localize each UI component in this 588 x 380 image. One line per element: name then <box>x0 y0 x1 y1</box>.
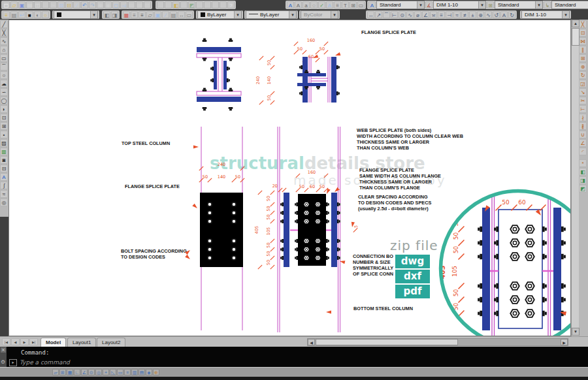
section-view-face[interactable] <box>193 37 244 110</box>
gradient-icon[interactable]: ▩ <box>0 148 8 155</box>
layer-properties-icon[interactable]: ≡ <box>3 11 10 18</box>
format-badge-dwg[interactable]: dwg <box>395 255 430 268</box>
find-icon[interactable]: ◌ <box>310 1 318 8</box>
dim-edit-icon[interactable]: ↺ <box>493 11 500 18</box>
vertical-scrollbar[interactable]: ▲ ▼ <box>571 20 579 336</box>
quick-properties-icon[interactable]: ▤ <box>139 369 145 375</box>
tab-layout2[interactable]: Layout2 <box>97 338 125 347</box>
label-flange-right-1[interactable]: FLANGE SPLICE PLATE <box>359 167 414 173</box>
ortho-icon[interactable]: ∟ <box>74 369 80 375</box>
insert-block-icon[interactable]: ⊡ <box>0 114 8 121</box>
plot-icon[interactable]: ▤ <box>26 1 33 8</box>
paste-icon[interactable]: ⊟ <box>65 1 73 8</box>
draworder-icon[interactable]: ◧ <box>579 168 587 176</box>
dim-center-50a[interactable]: 50 <box>299 184 304 189</box>
format-badge-dxf[interactable]: dxf <box>395 270 430 283</box>
render-icon[interactable]: ◩ <box>188 1 195 8</box>
sheet-set-icon[interactable]: ▨ <box>157 1 164 8</box>
label-clear-spacing-3[interactable]: (usually 2.5d - d=bolt diameter) <box>358 206 429 212</box>
properties2-icon[interactable]: ▣ <box>154 11 161 18</box>
mirror-icon[interactable]: ⋈ <box>579 37 587 45</box>
hatch-icon[interactable]: ▨ <box>0 139 8 147</box>
dim-section-h140[interactable]: 140 <box>267 76 272 84</box>
dim-space-icon[interactable]: ≈ <box>453 11 461 18</box>
hscroll-right-button[interactable]: ▶ <box>561 339 568 345</box>
lineweight-ctl-icon[interactable]: ≡ <box>139 11 146 18</box>
dim-update-icon[interactable]: ↻ <box>508 11 515 18</box>
copy-icon[interactable]: ⊡ <box>57 1 65 8</box>
save-icon[interactable]: ▣ <box>18 1 25 8</box>
color-dropdown[interactable]: ByLayer <box>197 10 242 19</box>
dynamic-input-icon[interactable]: ▭ <box>117 369 123 375</box>
leader-bottom-steel-column[interactable]: BOTTOM STEEL COLUMN <box>326 306 413 314</box>
redo-icon[interactable]: ↷ <box>89 1 96 8</box>
otrack-icon[interactable]: + <box>103 369 109 375</box>
section-view-side[interactable]: 160 50 50 60 240 50 140 50 <box>255 37 344 106</box>
chamfer-icon[interactable]: ∠ <box>579 139 587 147</box>
ellipse-icon[interactable]: ◯ <box>0 97 8 104</box>
dim-angular-icon[interactable]: ∠ <box>422 11 429 18</box>
label-connection-4[interactable]: OF SPLICE CONN <box>353 271 393 277</box>
dim-section-h50b[interactable]: 50 <box>267 95 272 101</box>
plotstyle-ctl-icon[interactable]: ▱ <box>146 11 154 18</box>
dim-section-240[interactable]: 240 <box>255 76 261 84</box>
label-flange-right-3[interactable]: THICKNESS SAME OR LARGER <box>359 179 433 185</box>
label-connection-3[interactable]: SYMMETRICALLY <box>353 265 393 271</box>
dim-elev-240[interactable]: 240 <box>218 162 225 167</box>
dim-row-3[interactable]: 105 <box>266 227 271 235</box>
undo-icon[interactable]: ↶ <box>81 1 88 8</box>
wipeout-icon[interactable]: ▭ <box>357 1 365 8</box>
dim-center-20[interactable]: 20 <box>272 183 278 189</box>
zoom-window-icon[interactable]: ◻ <box>112 1 120 8</box>
xref-icon[interactable]: ◨ <box>180 1 188 8</box>
horizontal-scroll-thumb[interactable] <box>316 339 458 345</box>
vertical-scroll-thumb[interactable] <box>572 28 580 46</box>
layer-prev-icon[interactable]: ↩ <box>18 11 25 18</box>
inset-dim-top-60[interactable]: 60 <box>518 199 526 206</box>
center-mark-icon[interactable]: ⊕ <box>477 11 484 18</box>
leader-flange-splice-top[interactable]: FLANGE SPLICE PLATE <box>312 29 424 59</box>
zoom-previous-icon[interactable]: ◅ <box>120 1 127 8</box>
designcenter-icon[interactable]: ▦ <box>136 1 143 8</box>
join-icon[interactable]: ∪ <box>579 131 587 138</box>
color-control-icon[interactable]: ▦ <box>123 11 130 18</box>
dim-elev-140[interactable]: 140 <box>218 174 225 180</box>
dim-center-160[interactable]: 160 <box>308 170 316 175</box>
dim-radius-icon[interactable]: ⊙ <box>399 11 406 18</box>
label-bolt-spacing-2[interactable]: TO DESIGN CODES <box>121 254 165 260</box>
point-icon[interactable]: • <box>0 131 8 138</box>
leader-flange-splice-left[interactable]: FLANGE SPLICE PLATE <box>123 183 199 210</box>
tab-last-button[interactable]: ▶| <box>29 338 38 345</box>
snap-icon[interactable]: ⊞ <box>59 369 66 375</box>
rotate-icon[interactable]: ↻ <box>579 71 587 79</box>
layer-off-icon[interactable]: ○ <box>42 11 49 18</box>
list-icon[interactable]: ▤ <box>170 11 177 18</box>
label-flange-splice-top[interactable]: FLANGE SPLICE PLATE <box>361 29 416 35</box>
dim-jogged-icon[interactable]: ∿ <box>406 11 414 18</box>
calculator-icon[interactable]: ⊞ <box>204 1 211 8</box>
layer-isolate-icon[interactable]: ◐ <box>34 11 41 18</box>
scale-text-icon[interactable]: A <box>326 1 333 8</box>
dim-row-6[interactable]: 50 <box>266 260 271 265</box>
cut-icon[interactable]: ✂ <box>50 1 57 8</box>
group-icon[interactable]: ◨ <box>579 176 587 184</box>
break-at-point-icon[interactable]: ∤ <box>579 114 587 121</box>
dim-linear-icon[interactable]: ↔ <box>367 11 374 18</box>
scroll-up-button[interactable]: ▲ <box>572 20 580 27</box>
region-icon[interactable]: ◙ <box>0 156 8 164</box>
inset-dim-4[interactable]: 50 <box>453 289 459 297</box>
mleader-style-icon[interactable]: ↳ <box>544 1 551 8</box>
label-clear-spacing-1[interactable]: CLEAR SPACING ACCORDING <box>358 194 428 200</box>
text-style-icon[interactable]: A <box>368 1 376 8</box>
tool-palettes-icon[interactable]: ▧ <box>144 1 151 8</box>
label-web-splice-3[interactable]: THICKNESS SAME OR LARGER <box>357 139 430 145</box>
text-style-dropdown[interactable]: Standard <box>376 1 425 9</box>
lineweight-display-icon[interactable]: ≡ <box>124 369 131 375</box>
format-badge-pdf[interactable]: pdf <box>395 285 430 298</box>
label-top-steel-column[interactable]: TOP STEEL COLUMN <box>122 140 170 146</box>
construction-line-icon[interactable]: ╳ <box>0 29 8 37</box>
inset-dim-3[interactable]: 105 <box>451 266 458 277</box>
sheet-icon[interactable]: ▭ <box>220 1 227 8</box>
circle-icon[interactable]: ○ <box>0 71 8 79</box>
dim-baseline-icon[interactable]: ≡ <box>438 11 445 18</box>
